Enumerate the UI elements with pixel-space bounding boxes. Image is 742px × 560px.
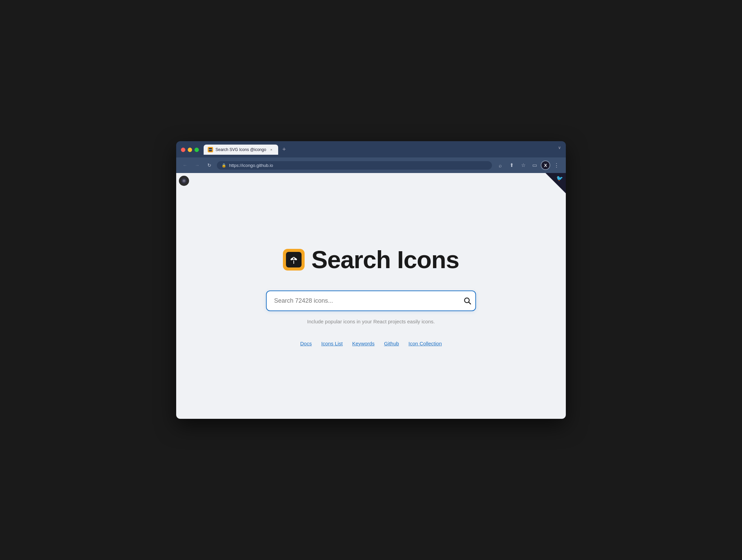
url-text: https://icongo.github.io [229,163,487,168]
tabs-row: SVG Search SVG Icons @icongo × + [204,145,561,155]
icons-list-link[interactable]: Icons List [321,341,343,346]
tab-title: Search SVG Icons @icongo [215,147,266,152]
page-title: Search Icons [311,246,459,274]
minimize-button[interactable] [188,148,192,152]
tab-favicon-inner: SVG [209,148,212,151]
extension-icon [179,176,189,186]
bookmark-button[interactable]: ☆ [518,160,529,171]
search-input[interactable] [266,290,476,311]
address-bar[interactable]: 🔒 https://icongo.github.io [217,161,492,170]
dropdown-icon[interactable]: ∨ [558,145,561,150]
close-button[interactable] [181,148,185,152]
nav-links: Docs Icons List Keywords Github Icon Col… [300,341,442,346]
svg-rect-4 [293,260,294,264]
back-button[interactable]: ← [180,160,190,170]
page-content: 🐦 [176,173,566,419]
more-button[interactable]: ⋮ [551,160,562,171]
tab-close-button[interactable]: × [269,147,274,152]
keywords-link[interactable]: Keywords [352,341,375,346]
share-button[interactable]: ⬆ [506,160,517,171]
toolbar-actions: ⌕ ⬆ ☆ ▭ X ⋮ [495,160,562,171]
svg-line-10 [469,302,471,304]
profile-button[interactable]: X [541,160,550,170]
docs-link[interactable]: Docs [300,341,312,346]
reload-button[interactable]: ↻ [205,160,214,170]
ribbon-icon: 🐦 [556,175,563,181]
tab-favicon: SVG [208,147,213,152]
app-logo-text [286,252,302,267]
icon-collection-link[interactable]: Icon Collection [409,341,442,346]
window-controls [181,148,199,152]
search-button[interactable] [463,297,471,305]
forward-button[interactable]: → [192,160,202,170]
address-bar-row: ← → ↻ 🔒 https://icongo.github.io ⌕ ⬆ ☆ ▭… [176,157,566,173]
active-tab[interactable]: SVG Search SVG Icons @icongo × [204,145,278,155]
new-tab-button[interactable]: + [280,145,289,154]
svg-point-8 [293,258,294,259]
svg-point-2 [183,180,185,181]
main-hero: Search Icons Include popular icons in yo… [176,173,566,419]
browser-window: SVG Search SVG Icons @icongo × + ∨ ← → ↻… [176,141,566,419]
lock-icon: 🔒 [222,163,226,168]
maximize-button[interactable] [194,148,199,152]
github-link[interactable]: Github [384,341,399,346]
search-container [266,290,476,311]
subtitle-text: Include popular icons in your React proj… [307,319,435,324]
title-bar: SVG Search SVG Icons @icongo × + ∨ [176,141,566,157]
search-toolbar-button[interactable]: ⌕ [495,160,506,171]
title-bar-top: SVG Search SVG Icons @icongo × + ∨ [181,145,561,155]
sidebar-button[interactable]: ▭ [529,160,540,171]
hero-title-row: Search Icons [283,246,459,274]
app-logo [283,249,305,271]
